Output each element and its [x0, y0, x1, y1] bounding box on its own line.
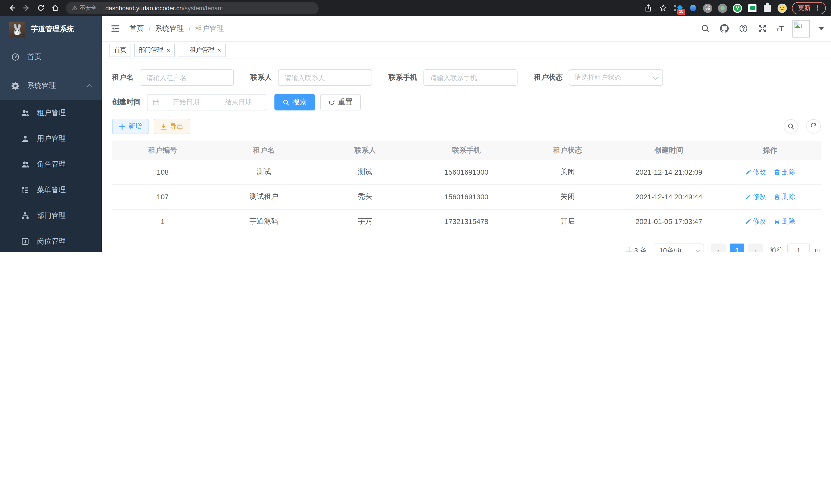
ext-balloon-icon[interactable]	[688, 3, 698, 13]
cell-actions: 修改 删除	[719, 184, 821, 209]
tag-view-tab[interactable]: 租户管理 ×	[178, 43, 226, 57]
cell-created: 2021-12-14 21:02:09	[618, 160, 719, 184]
create-time-range-picker[interactable]: 开始日期 - 结束日期	[147, 94, 266, 111]
page-size-select[interactable]: 10条/页	[654, 243, 704, 252]
search-button[interactable]: 搜索	[275, 94, 315, 111]
chevron-icon	[87, 84, 92, 89]
export-button[interactable]: 导出	[154, 119, 190, 134]
refresh-table-button[interactable]	[806, 119, 821, 134]
chrome-menu-icon[interactable]: ⋮	[814, 4, 821, 12]
breadcrumb-item[interactable]: 首页	[130, 24, 144, 33]
cell-mobile: 15601691300	[416, 184, 517, 209]
status-label: 租户状态	[534, 73, 563, 82]
ext-emoji-icon[interactable]	[777, 3, 787, 13]
edit-link[interactable]: 修改	[745, 217, 766, 226]
table-header-cell: 租户状态	[517, 141, 618, 160]
goto-page-input[interactable]: 1	[787, 243, 810, 252]
table-row: 108 测试 测试 15601691300 关闭 2021-12-14 21:0…	[112, 160, 821, 184]
github-icon[interactable]	[719, 23, 730, 34]
delete-link[interactable]: 删除	[774, 192, 795, 201]
page-number-1[interactable]: 1	[730, 243, 744, 252]
search-form-row-1: 租户名 联系人 联系手机	[112, 69, 821, 86]
insecure-badge[interactable]: 不安全	[72, 4, 96, 12]
start-date-placeholder[interactable]: 开始日期	[164, 98, 208, 107]
tag-view-tab[interactable]: 首页	[110, 43, 131, 57]
header-search-icon[interactable]	[700, 23, 711, 34]
reset-button[interactable]: 重置	[320, 94, 361, 111]
delete-link[interactable]: 删除	[774, 168, 795, 177]
chevron-down-icon	[696, 248, 700, 252]
home-icon[interactable]	[48, 1, 62, 14]
search-icon	[283, 99, 289, 106]
sidebar-item[interactable]: 菜单管理	[0, 177, 102, 203]
post-badge-icon	[21, 237, 29, 246]
mobile-label: 联系手机	[389, 73, 417, 82]
sidebar-item[interactable]: 租户管理	[0, 100, 102, 126]
goto-label: 前往	[770, 246, 783, 252]
sidebar-fold-icon[interactable]	[110, 23, 121, 34]
fullscreen-icon[interactable]	[757, 23, 768, 34]
avatar[interactable]	[793, 20, 810, 37]
show-search-toggle-button[interactable]	[784, 119, 798, 134]
status-select[interactable]: 请选择租户状态	[569, 69, 663, 86]
url-divider	[101, 4, 101, 11]
font-size-icon[interactable]: тT	[776, 24, 784, 33]
refresh-icon	[810, 123, 817, 130]
sidebar-logo-row[interactable]: 🐰 芋道管理系统	[0, 16, 102, 42]
ext-chat-icon[interactable]	[747, 3, 757, 13]
trash-icon	[774, 169, 780, 175]
reload-icon[interactable]	[34, 1, 47, 14]
ext-green-dot-icon[interactable]	[717, 3, 728, 13]
menu-tree-icon	[21, 186, 29, 195]
chrome-update-button[interactable]: 更新 ⋮	[792, 2, 826, 14]
mobile-input[interactable]	[424, 69, 517, 86]
app-logo: 🐰	[9, 21, 25, 37]
avatar-caret-icon[interactable]	[819, 27, 824, 30]
search-form-row-2: 创建时间 开始日期 - 结束日期 搜索	[112, 94, 821, 111]
add-button[interactable]: 新增	[112, 119, 148, 134]
tenant-table: 租户编号租户名联系人联系手机租户状态创建时间操作 108 测试 测试 15601…	[112, 141, 821, 234]
broken-image-icon	[794, 21, 802, 28]
pencil-icon	[745, 169, 751, 175]
edit-link[interactable]: 修改	[745, 192, 766, 201]
help-icon[interactable]	[739, 23, 749, 34]
total-count: 共 3 条	[626, 246, 647, 252]
tenant-name-input[interactable]	[140, 69, 234, 86]
close-tab-icon[interactable]: ×	[218, 47, 221, 53]
contact-input[interactable]	[278, 69, 372, 86]
end-date-placeholder[interactable]: 结束日期	[217, 98, 261, 107]
table-header-cell: 操作	[719, 141, 821, 160]
dashboard-icon	[11, 53, 20, 61]
ext-blue-diamond-icon[interactable]: 10	[673, 3, 683, 13]
next-page-button[interactable]: ›	[748, 243, 763, 252]
table-header-cell: 联系手机	[416, 141, 517, 160]
cell-tenant-name: 测试租户	[213, 184, 315, 209]
cell-created: 2021-12-14 20:49:44	[618, 184, 719, 209]
sidebar-item[interactable]: 首页	[0, 42, 102, 71]
delete-link[interactable]: 删除	[774, 217, 795, 226]
edit-link[interactable]: 修改	[745, 168, 766, 177]
close-tab-icon[interactable]: ×	[167, 47, 170, 53]
ext-command-icon[interactable]: ⌘	[703, 3, 713, 13]
forward-icon[interactable]	[20, 1, 33, 14]
share-icon[interactable]	[643, 3, 653, 13]
bookmark-star-icon[interactable]	[658, 3, 668, 13]
ext-y-icon[interactable]: Y	[732, 3, 743, 13]
sidebar-item[interactable]: 岗位管理	[0, 229, 102, 252]
sidebar-item[interactable]: 部门管理	[0, 203, 102, 229]
cell-status: 开启	[517, 209, 618, 234]
table-row: 1 芋道源码 芋艿 17321315478 开启 2021-01-05 17:0…	[112, 209, 821, 234]
address-bar[interactable]: 不安全 dashboard.yudao.iocoder.cn/system/te…	[66, 2, 319, 14]
tag-view-tab[interactable]: 部门管理 ×	[134, 43, 175, 57]
breadcrumb-item[interactable]: / 系统管理	[144, 24, 184, 33]
sidebar-item[interactable]: 角色管理	[0, 152, 102, 177]
ext-puzzle-icon[interactable]	[762, 3, 772, 13]
gear-icon	[11, 82, 20, 90]
table-header-row: 租户编号租户名联系人联系手机租户状态创建时间操作	[112, 141, 821, 160]
back-icon[interactable]	[5, 1, 19, 14]
cell-mobile: 17321315478	[416, 209, 517, 234]
breadcrumb-item[interactable]: / 租户管理	[184, 24, 224, 33]
sidebar-item[interactable]: 用户管理	[0, 126, 102, 152]
prev-page-button[interactable]: ‹	[711, 243, 726, 252]
sidebar-item[interactable]: 系统管理	[0, 71, 102, 100]
